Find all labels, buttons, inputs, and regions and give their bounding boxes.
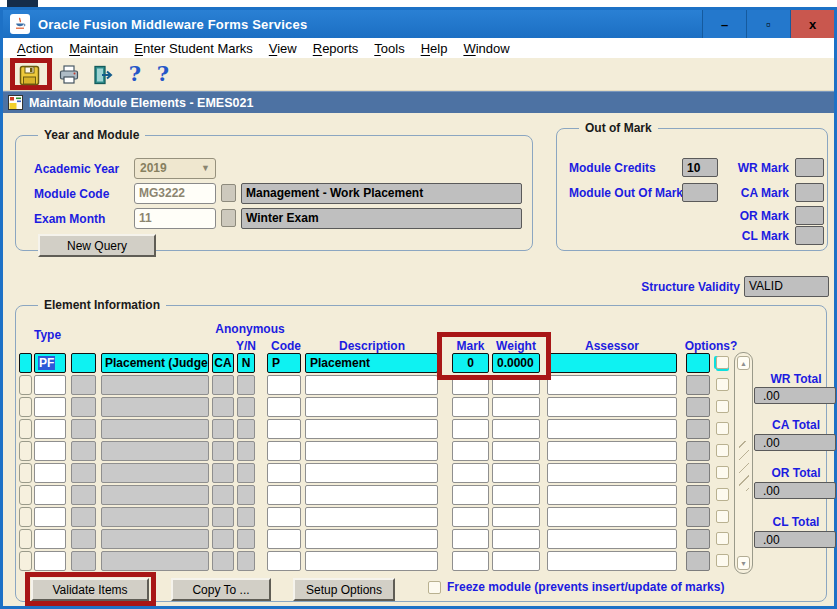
record-indicator[interactable] xyxy=(19,463,32,483)
yn-cell[interactable] xyxy=(237,507,255,527)
anonymous-cell[interactable]: CA xyxy=(212,353,234,373)
weight-cell[interactable] xyxy=(492,529,540,549)
options-cell[interactable] xyxy=(686,551,710,571)
subtype-cell[interactable] xyxy=(71,353,96,373)
menu-tools[interactable]: Tools xyxy=(366,41,412,56)
type-cell[interactable] xyxy=(34,463,66,483)
weight-cell[interactable] xyxy=(492,397,540,417)
type-cell[interactable] xyxy=(34,485,66,505)
type-cell[interactable] xyxy=(34,419,66,439)
element-description-cell[interactable] xyxy=(101,485,209,505)
subtype-cell[interactable] xyxy=(71,551,96,571)
options-checkbox[interactable] xyxy=(716,488,729,501)
options-cell[interactable] xyxy=(686,507,710,527)
mark-cell[interactable] xyxy=(452,485,489,505)
assessor-cell[interactable] xyxy=(547,529,677,549)
mark-cell[interactable] xyxy=(452,507,489,527)
element-description-cell[interactable] xyxy=(101,441,209,461)
mark-cell[interactable] xyxy=(452,419,489,439)
record-indicator[interactable] xyxy=(19,397,32,417)
type-cell[interactable]: PF xyxy=(34,353,66,373)
options-cell[interactable] xyxy=(686,529,710,549)
mark-cell[interactable] xyxy=(452,551,489,571)
weight-cell[interactable] xyxy=(492,441,540,461)
options-checkbox[interactable] xyxy=(716,466,729,479)
subtype-cell[interactable] xyxy=(71,507,96,527)
help-icon[interactable]: ? xyxy=(123,61,147,85)
menu-action[interactable]: Action xyxy=(9,41,61,56)
assessor-cell[interactable] xyxy=(547,419,677,439)
assessor-cell[interactable] xyxy=(547,485,677,505)
yn-cell[interactable]: N xyxy=(237,353,255,373)
assessor-cell[interactable] xyxy=(547,551,677,571)
anonymous-cell[interactable] xyxy=(212,375,234,395)
subtype-cell[interactable] xyxy=(71,441,96,461)
exit-icon[interactable] xyxy=(91,63,115,87)
code-cell[interactable] xyxy=(267,463,301,483)
element-description-cell[interactable] xyxy=(101,529,209,549)
save-icon[interactable] xyxy=(17,63,41,87)
options-checkbox[interactable] xyxy=(716,532,729,545)
subtype-cell[interactable] xyxy=(71,419,96,439)
description-cell[interactable] xyxy=(305,551,438,571)
code-cell[interactable] xyxy=(267,551,301,571)
options-cell[interactable] xyxy=(686,441,710,461)
subtype-cell[interactable] xyxy=(71,529,96,549)
description-cell[interactable] xyxy=(305,507,438,527)
anonymous-cell[interactable] xyxy=(212,485,234,505)
menu-maintain[interactable]: Maintain xyxy=(61,41,126,56)
record-indicator[interactable] xyxy=(19,507,32,527)
scroll-up-icon[interactable]: ▲ xyxy=(737,356,750,370)
options-cell[interactable] xyxy=(686,353,710,373)
menu-view[interactable]: View xyxy=(261,41,305,56)
freeze-module-checkbox[interactable] xyxy=(428,581,441,594)
mark-cell[interactable] xyxy=(452,529,489,549)
description-cell[interactable] xyxy=(305,419,438,439)
type-cell[interactable] xyxy=(34,441,66,461)
code-cell[interactable] xyxy=(267,507,301,527)
exam-month-lov-button[interactable] xyxy=(221,209,236,227)
record-indicator[interactable] xyxy=(19,353,32,373)
code-cell[interactable] xyxy=(267,441,301,461)
options-cell[interactable] xyxy=(686,485,710,505)
weight-cell[interactable] xyxy=(492,419,540,439)
assessor-cell[interactable] xyxy=(547,441,677,461)
options-checkbox[interactable] xyxy=(716,444,729,457)
record-indicator[interactable] xyxy=(19,375,32,395)
assessor-cell[interactable] xyxy=(547,353,677,373)
minimize-button[interactable]: – xyxy=(702,10,746,38)
element-description-cell[interactable]: Placement (Judge xyxy=(101,353,209,373)
description-cell[interactable] xyxy=(305,529,438,549)
code-cell[interactable] xyxy=(267,375,301,395)
record-indicator[interactable] xyxy=(19,485,32,505)
anonymous-cell[interactable] xyxy=(212,507,234,527)
anonymous-cell[interactable] xyxy=(212,529,234,549)
yn-cell[interactable] xyxy=(237,463,255,483)
subtype-cell[interactable] xyxy=(71,375,96,395)
options-cell[interactable] xyxy=(686,419,710,439)
menu-window[interactable]: Window xyxy=(455,41,517,56)
subtype-cell[interactable] xyxy=(71,463,96,483)
description-cell[interactable]: Placement xyxy=(305,353,438,373)
scrollbar-grip[interactable] xyxy=(739,441,749,491)
type-cell[interactable] xyxy=(34,529,66,549)
weight-cell[interactable] xyxy=(492,507,540,527)
print-icon[interactable] xyxy=(57,63,81,87)
options-checkbox[interactable] xyxy=(716,510,729,523)
options-checkbox[interactable] xyxy=(716,378,729,391)
menu-reports[interactable]: Reports xyxy=(305,41,367,56)
yn-cell[interactable] xyxy=(237,441,255,461)
record-indicator[interactable] xyxy=(19,441,32,461)
options-checkbox[interactable] xyxy=(716,356,729,369)
assessor-cell[interactable] xyxy=(547,397,677,417)
subtype-cell[interactable] xyxy=(71,397,96,417)
type-cell[interactable] xyxy=(34,507,66,527)
code-cell[interactable] xyxy=(267,529,301,549)
code-cell[interactable] xyxy=(267,397,301,417)
type-cell[interactable] xyxy=(34,375,66,395)
copy-to-button[interactable]: Copy To ... xyxy=(171,578,271,601)
subtype-cell[interactable] xyxy=(71,485,96,505)
module-code-lov-button[interactable] xyxy=(221,184,236,202)
yn-cell[interactable] xyxy=(237,551,255,571)
menu-help[interactable]: Help xyxy=(413,41,456,56)
